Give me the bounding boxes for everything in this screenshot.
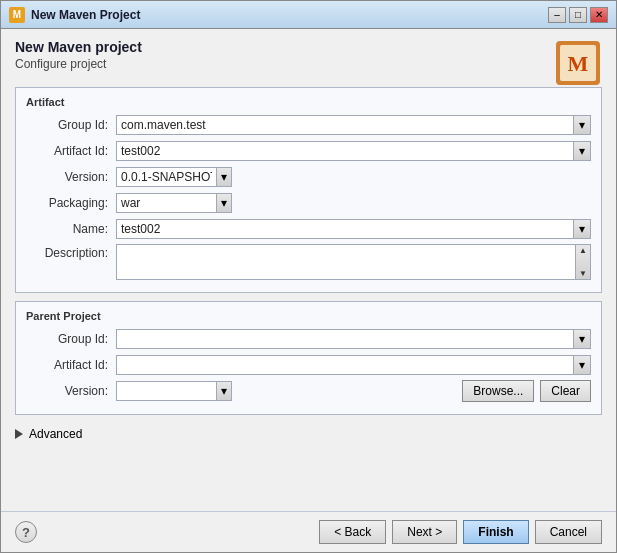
header-area: New Maven project Configure project M (15, 39, 602, 87)
finish-button[interactable]: Finish (463, 520, 528, 544)
browse-button[interactable]: Browse... (462, 380, 534, 402)
parent-artifactid-input[interactable] (116, 355, 573, 375)
parent-artifactid-combo: ▾ (116, 355, 591, 375)
back-button[interactable]: < Back (319, 520, 386, 544)
description-row: Description: ▲ ▼ (26, 244, 591, 280)
parent-version-combo: ▾ (116, 381, 236, 401)
version-dropdown-arrow[interactable]: ▾ (216, 167, 232, 187)
help-button[interactable]: ? (15, 521, 37, 543)
packaging-label: Packaging: (26, 196, 116, 210)
footer-nav-buttons: < Back Next > Finish Cancel (319, 520, 602, 544)
parent-section-title: Parent Project (26, 310, 591, 322)
packaging-row: Packaging: ▾ (26, 192, 591, 214)
scroll-up-arrow[interactable]: ▲ (578, 245, 588, 256)
artifactid-label: Artifact Id: (26, 144, 116, 158)
maven-logo-svg: M (554, 39, 602, 87)
groupid-input[interactable] (116, 115, 573, 135)
name-input[interactable] (116, 219, 573, 239)
parent-groupid-input[interactable] (116, 329, 573, 349)
packaging-dropdown-arrow[interactable]: ▾ (216, 193, 232, 213)
title-bar-text: New Maven Project (31, 8, 548, 22)
parent-artifactid-row: Artifact Id: ▾ (26, 354, 591, 376)
advanced-label: Advanced (29, 427, 82, 441)
artifactid-row: Artifact Id: ▾ (26, 140, 591, 162)
artifactid-input[interactable] (116, 141, 573, 161)
scroll-down-arrow[interactable]: ▼ (578, 268, 588, 279)
footer: ? < Back Next > Finish Cancel (1, 511, 616, 552)
page-title: New Maven project (15, 39, 544, 55)
description-label: Description: (26, 244, 116, 260)
name-row: Name: ▾ (26, 218, 591, 240)
maven-logo: M (554, 39, 602, 87)
version-combo: ▾ (116, 167, 236, 187)
title-bar-buttons: – □ ✕ (548, 7, 608, 23)
description-field-area: ▲ ▼ (116, 244, 591, 280)
parent-version-row: Version: ▾ Browse... Clear (26, 380, 591, 402)
version-row: Version: ▾ (26, 166, 591, 188)
parent-version-label: Version: (26, 384, 116, 398)
title-bar: M New Maven Project – □ ✕ (1, 1, 616, 29)
artifactid-dropdown-arrow[interactable]: ▾ (573, 141, 591, 161)
name-combo: ▾ (116, 219, 591, 239)
parent-version-dropdown-arrow[interactable]: ▾ (216, 381, 232, 401)
groupid-label: Group Id: (26, 118, 116, 132)
parent-artifactid-label: Artifact Id: (26, 358, 116, 372)
packaging-combo: ▾ (116, 193, 236, 213)
groupid-combo: ▾ (116, 115, 591, 135)
parent-version-controls: ▾ Browse... Clear (116, 380, 591, 402)
description-input[interactable] (116, 244, 575, 280)
close-button[interactable]: ✕ (590, 7, 608, 23)
next-button[interactable]: Next > (392, 520, 457, 544)
parent-version-input[interactable] (116, 381, 216, 401)
cancel-button[interactable]: Cancel (535, 520, 602, 544)
description-scrollbar[interactable]: ▲ ▼ (575, 244, 591, 280)
artifact-section: Artifact Group Id: ▾ Artifact Id: ▾ Ver (15, 87, 602, 293)
parent-artifactid-dropdown-arrow[interactable]: ▾ (573, 355, 591, 375)
title-icon-letter: M (13, 9, 21, 20)
artifactid-combo: ▾ (116, 141, 591, 161)
header-text: New Maven project Configure project (15, 39, 544, 81)
parent-groupid-label: Group Id: (26, 332, 116, 346)
version-label: Version: (26, 170, 116, 184)
groupid-dropdown-arrow[interactable]: ▾ (573, 115, 591, 135)
advanced-row[interactable]: Advanced (15, 423, 602, 445)
title-bar-icon: M (9, 7, 25, 23)
parent-project-section: Parent Project Group Id: ▾ Artifact Id: … (15, 301, 602, 415)
name-label: Name: (26, 222, 116, 236)
minimize-button[interactable]: – (548, 7, 566, 23)
parent-groupid-combo: ▾ (116, 329, 591, 349)
clear-button[interactable]: Clear (540, 380, 591, 402)
advanced-expand-icon (15, 429, 23, 439)
page-subtitle: Configure project (15, 57, 544, 71)
name-dropdown-arrow[interactable]: ▾ (573, 219, 591, 239)
svg-text:M: M (568, 51, 589, 76)
content-area: New Maven project Configure project M Ar… (1, 29, 616, 511)
artifact-section-title: Artifact (26, 96, 591, 108)
window: M New Maven Project – □ ✕ New Maven proj… (0, 0, 617, 553)
groupid-row: Group Id: ▾ (26, 114, 591, 136)
parent-groupid-row: Group Id: ▾ (26, 328, 591, 350)
packaging-input[interactable] (116, 193, 216, 213)
parent-groupid-dropdown-arrow[interactable]: ▾ (573, 329, 591, 349)
version-input[interactable] (116, 167, 216, 187)
maximize-button[interactable]: □ (569, 7, 587, 23)
